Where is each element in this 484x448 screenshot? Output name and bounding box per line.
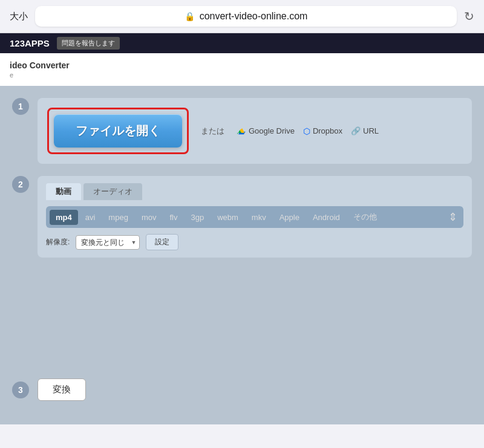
step-2-content: 動画 オーディオ mp4 avi mpeg mov flv 3gp webm m… xyxy=(38,176,472,258)
step-1-section: 1 ファイルを開く または Google Drive xyxy=(12,98,472,164)
format-3gp[interactable]: 3gp xyxy=(185,210,210,225)
open-file-button[interactable]: ファイルを開く xyxy=(54,114,182,148)
format-other[interactable]: その他 xyxy=(347,209,383,226)
converter-area: 1 ファイルを開く または Google Drive xyxy=(0,86,484,424)
brand-logo: 123APPS xyxy=(10,38,50,48)
format-mov[interactable]: mov xyxy=(136,210,163,225)
dropbox-link[interactable]: ⬡ Dropbox xyxy=(303,126,342,136)
resolution-label: 解像度: xyxy=(46,237,70,247)
format-flv[interactable]: flv xyxy=(163,210,183,225)
format-more-icon[interactable]: ⇕ xyxy=(446,210,460,224)
google-drive-link[interactable]: Google Drive xyxy=(237,126,295,136)
page-header: ideo Converter e xyxy=(0,53,484,86)
step-2-section: 2 動画 オーディオ mp4 avi mpeg mov flv 3gp webm… xyxy=(12,176,472,258)
url-bar[interactable]: 🔒 convert-video-online.com xyxy=(35,6,457,27)
format-mkv[interactable]: mkv xyxy=(246,210,272,225)
format-avi[interactable]: avi xyxy=(79,210,102,225)
link-icon: 🔗 xyxy=(351,126,361,135)
step-2-number: 2 xyxy=(12,176,29,193)
lock-icon: 🔒 xyxy=(185,11,195,21)
tab-audio[interactable]: オーディオ xyxy=(83,183,142,200)
empty-area xyxy=(12,270,472,378)
format-mpeg[interactable]: mpeg xyxy=(102,210,134,225)
size-control[interactable]: 大小 xyxy=(10,11,28,22)
report-button[interactable]: 問題を報告します xyxy=(57,37,120,50)
dropbox-icon: ⬡ xyxy=(303,126,310,136)
browser-chrome: 大小 🔒 convert-video-online.com ↻ xyxy=(0,0,484,33)
format-android[interactable]: Android xyxy=(307,210,346,225)
highlight-box: ファイルを開く xyxy=(47,108,189,154)
url-link[interactable]: 🔗 URL xyxy=(351,126,379,135)
settings-button[interactable]: 設定 xyxy=(146,234,178,250)
format-apple[interactable]: Apple xyxy=(273,210,306,225)
format-webm[interactable]: webm xyxy=(211,210,244,225)
format-buttons-row: mp4 avi mpeg mov flv 3gp webm mkv Apple … xyxy=(46,206,463,228)
reload-icon[interactable]: ↻ xyxy=(464,9,474,24)
google-drive-icon xyxy=(237,126,246,136)
step-1-number: 1 xyxy=(12,98,29,115)
format-tabs: 動画 オーディオ xyxy=(46,183,463,200)
url-text: convert-video-online.com xyxy=(200,11,308,22)
convert-button[interactable]: 変換 xyxy=(38,378,86,401)
resolution-select-wrapper[interactable]: 変換元と同じ xyxy=(76,235,140,250)
step-1-box: ファイルを開く または Google Drive ⬡ xyxy=(38,98,472,164)
or-text: または xyxy=(201,126,224,137)
step-1-content: ファイルを開く または Google Drive ⬡ xyxy=(38,98,472,164)
resolution-row: 解像度: 変換元と同じ 設定 xyxy=(46,234,463,250)
google-drive-label: Google Drive xyxy=(249,126,295,135)
tab-video[interactable]: 動画 xyxy=(46,183,81,200)
step-3-number: 3 xyxy=(12,381,29,398)
resolution-select[interactable]: 変換元と同じ xyxy=(76,235,140,250)
dropbox-label: Dropbox xyxy=(313,126,342,135)
url-label: URL xyxy=(363,126,379,135)
page-title: ideo Converter xyxy=(10,60,474,70)
step-3-section: 3 変換 xyxy=(12,378,472,401)
step-2-box: 動画 オーディオ mp4 avi mpeg mov flv 3gp webm m… xyxy=(38,176,472,258)
page-subtitle: e xyxy=(10,71,474,79)
format-mp4[interactable]: mp4 xyxy=(50,210,78,225)
top-nav: 123APPS 問題を報告します xyxy=(0,33,484,53)
cloud-links: Google Drive ⬡ Dropbox 🔗 URL xyxy=(237,126,379,136)
